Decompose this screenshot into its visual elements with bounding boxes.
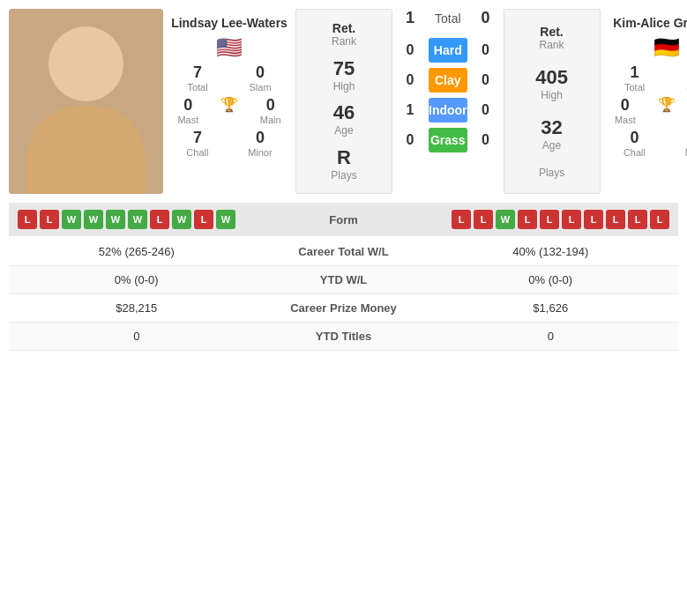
indoor-left-score: 1 xyxy=(397,102,423,118)
right-chall-minor-row: 0 Chall 1 Minor xyxy=(604,129,687,158)
left-total-slam-row: 7 Total 0 Slam xyxy=(167,63,292,93)
right-stats-box: Ret. Rank 405 High 32 Age Plays xyxy=(504,9,601,194)
right-age-label: Age xyxy=(541,139,562,152)
left-minor-label: Minor xyxy=(248,147,273,158)
left-age-label: Age xyxy=(333,124,355,137)
form-badge: W xyxy=(216,210,235,229)
right-chall-cell: 0 Chall xyxy=(624,129,646,158)
form-badge: L xyxy=(650,210,669,229)
form-badge: L xyxy=(518,210,537,229)
grass-left-score: 0 xyxy=(397,132,423,148)
left-stats-box: Ret. Rank 75 High 46 Age R Plays xyxy=(295,9,392,194)
left-total-value: 7 xyxy=(187,63,207,82)
comparison-right: 0 xyxy=(432,330,670,343)
form-badge: W xyxy=(496,210,515,229)
left-chall-value: 7 xyxy=(186,129,208,147)
indoor-btn: Indoor xyxy=(429,98,467,122)
clay-row: 0 Clay 0 xyxy=(397,68,499,93)
form-badge: L xyxy=(150,210,169,229)
players-section: Lindsay Lee-Waters 🇺🇸 7 Total 0 Slam 0 M… xyxy=(9,9,678,194)
left-total-cell: 7 Total xyxy=(187,63,207,93)
right-form-badges: LLWLLLLLLL xyxy=(452,210,669,229)
right-mast-main-row: 0 Mast 🏆 0 Main xyxy=(604,96,687,125)
right-total-slam-row: 1 Total 0 Slam xyxy=(604,63,687,93)
left-chall-minor-row: 7 Chall 0 Minor xyxy=(167,129,292,158)
left-main-label: Main xyxy=(260,115,281,125)
comparison-center: YTD Titles xyxy=(256,330,432,343)
middle-section: 1 Total 0 0 Hard 0 0 Clay 0 1 Indoor 0 0 xyxy=(392,9,504,194)
left-high-item: 75 High xyxy=(333,57,355,93)
right-mast-label: Mast xyxy=(615,115,636,125)
form-badge: W xyxy=(84,210,103,229)
comparison-left: $28,215 xyxy=(18,301,256,315)
left-rank-label: Ret. xyxy=(332,21,356,35)
comparison-right: 0% (0-0) xyxy=(432,273,670,286)
right-total-value: 1 xyxy=(624,63,645,82)
left-player-photo xyxy=(9,9,163,194)
hard-btn: Hard xyxy=(429,38,467,63)
clay-btn: Clay xyxy=(429,68,467,93)
grass-btn: Grass xyxy=(429,128,467,152)
left-high-label: High xyxy=(333,80,355,93)
right-plays-item: Plays xyxy=(539,167,564,179)
left-mast-cell: 0 Mast xyxy=(177,96,198,125)
left-chall-cell: 7 Chall xyxy=(186,129,208,158)
comparison-left: 0 xyxy=(18,330,256,343)
right-age-value: 32 xyxy=(541,116,562,139)
clay-right-score: 0 xyxy=(473,72,499,88)
comparison-right: 40% (132-194) xyxy=(432,245,670,258)
comparison-section: 52% (265-246) Career Total W/L 40% (132-… xyxy=(9,238,678,351)
left-plays-label: Plays xyxy=(331,169,356,182)
right-high-value: 405 xyxy=(535,66,568,89)
left-total-label: Total xyxy=(187,82,207,93)
grass-right-score: 0 xyxy=(473,132,499,148)
right-high-label: High xyxy=(535,89,568,101)
left-slam-cell: 0 Slam xyxy=(250,63,272,93)
left-minor-cell: 0 Minor xyxy=(248,129,273,158)
left-rank-sub: Rank xyxy=(332,35,356,48)
right-plays-label: Plays xyxy=(539,167,564,179)
left-age-item: 46 Age xyxy=(333,101,355,137)
right-chall-value: 0 xyxy=(624,129,646,147)
form-badge: L xyxy=(584,210,603,229)
left-form-badges: LLWWWWLWLW xyxy=(18,210,235,229)
form-badge: L xyxy=(606,210,625,229)
left-player-flag: 🇺🇸 xyxy=(216,35,243,60)
left-player-name: Lindsay Lee-Waters xyxy=(171,16,287,30)
right-mast-value: 0 xyxy=(615,96,636,115)
left-main-value: 0 xyxy=(260,96,281,115)
left-plays-value: R xyxy=(331,146,356,169)
grass-row: 0 Grass 0 xyxy=(397,128,499,152)
right-player-flag: 🇩🇪 xyxy=(653,35,680,60)
form-badge: L xyxy=(628,210,647,229)
left-mast-value: 0 xyxy=(177,96,198,115)
left-high-value: 75 xyxy=(333,57,355,80)
right-total-cell: 1 Total xyxy=(624,63,645,93)
total-label: Total xyxy=(429,11,467,26)
left-plays-item: R Plays xyxy=(331,146,356,182)
clay-left-score: 0 xyxy=(397,72,423,88)
left-total-score: 1 xyxy=(397,9,423,27)
right-total-label: Total xyxy=(624,82,645,93)
form-badge: W xyxy=(106,210,125,229)
left-trophy-icon: 🏆 xyxy=(220,96,238,125)
comparison-right: $1,626 xyxy=(432,301,670,315)
form-badge: L xyxy=(452,210,471,229)
right-rank-sub: Rank xyxy=(540,39,564,51)
right-player-name: Kim-Alice Grajdek xyxy=(613,16,687,30)
right-rank-label: Ret. xyxy=(540,25,564,39)
left-mast-main-row: 0 Mast 🏆 0 Main xyxy=(167,96,292,125)
comparison-left: 52% (265-246) xyxy=(18,245,256,258)
comparison-row: 52% (265-246) Career Total W/L 40% (132-… xyxy=(9,238,678,266)
left-player-info: Lindsay Lee-Waters 🇺🇸 7 Total 0 Slam 0 M… xyxy=(163,9,295,194)
indoor-right-score: 0 xyxy=(473,102,499,118)
form-badge: L xyxy=(562,210,581,229)
form-badge: W xyxy=(128,210,147,229)
right-trophy-icon: 🏆 xyxy=(658,96,676,125)
form-badge: L xyxy=(18,210,37,229)
left-slam-value: 0 xyxy=(250,63,272,82)
comparison-left: 0% (0-0) xyxy=(18,273,256,286)
comparison-row: $28,215 Career Prize Money $1,626 xyxy=(9,294,678,323)
right-age-item: 32 Age xyxy=(541,116,562,152)
comparison-row: 0% (0-0) YTD W/L 0% (0-0) xyxy=(9,266,678,294)
